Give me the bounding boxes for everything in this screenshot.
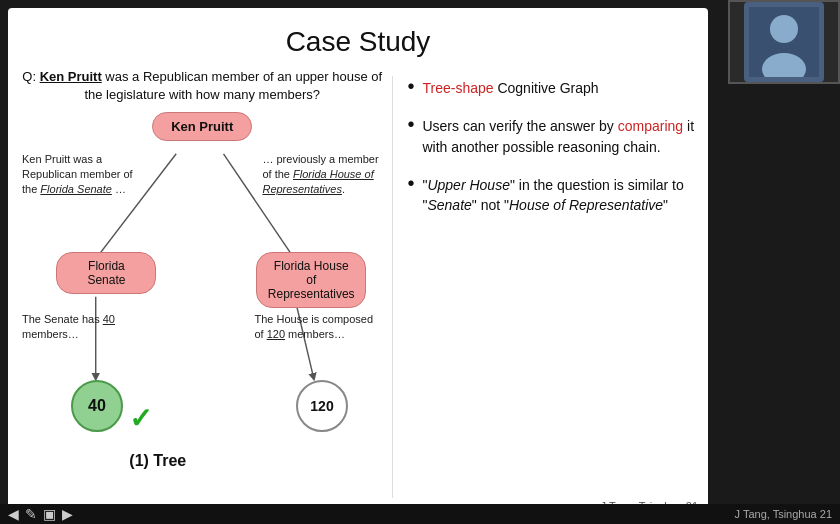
question-prefix: Q:: [22, 69, 39, 84]
italic-senate: Senate: [427, 197, 471, 213]
right-panel: • Tree-shape Cognitive Graph • Users can…: [393, 68, 708, 506]
desc-house: The House is composed of 120 members…: [254, 312, 384, 342]
circle-120: 120: [296, 380, 348, 432]
highlight-comparing: comparing: [618, 118, 683, 134]
text-right-house: … previously a member of the Florida Hou…: [262, 152, 382, 197]
video-person: [744, 2, 824, 82]
playback-controls: ◀ ✎ ▣ ▶: [8, 506, 73, 522]
footer-info: J Tang, Tsinghua 21: [735, 508, 832, 520]
italic-upper-house: Upper House: [427, 177, 510, 193]
bullet-1: • Tree-shape Cognitive Graph: [407, 78, 698, 98]
bullet-text-3: "Upper House" in the question is similar…: [422, 175, 698, 216]
bullet-text-1: Tree-shape Cognitive Graph: [422, 78, 698, 98]
bullet-dot-1: •: [407, 76, 414, 96]
text-left-senate: Ken Pruitt was a Republican member of th…: [22, 152, 142, 197]
slide-body: Q: Ken Pruitt was a Republican member of…: [8, 68, 708, 506]
bullet-text-2: Users can verify the answer by comparing…: [422, 116, 698, 157]
bottom-bar: ◀ ✎ ▣ ▶ J Tang, Tsinghua 21: [0, 504, 840, 524]
svg-point-7: [770, 15, 798, 43]
circle-40: 40: [71, 380, 123, 432]
italic-house-rep: House of Representative: [509, 197, 663, 213]
tree-label: (1) Tree: [129, 452, 186, 470]
question-body: was a Republican member of an upper hous…: [84, 69, 382, 102]
slide-title: Case Study: [8, 8, 708, 68]
node-ken-pruitt: Ken Pruitt: [152, 112, 252, 141]
edit-button[interactable]: ✎: [25, 506, 37, 522]
bullet-2: • Users can verify the answer by compari…: [407, 116, 698, 157]
view-button[interactable]: ▣: [43, 506, 56, 522]
node-florida-senate: Florida Senate: [56, 252, 156, 294]
left-panel: Q: Ken Pruitt was a Republican member of…: [8, 68, 392, 506]
checkmark-icon: ✓: [129, 402, 152, 435]
bullet-3: • "Upper House" in the question is simil…: [407, 175, 698, 216]
highlight-tree-shape: Tree-shape: [422, 80, 493, 96]
desc-senate: The Senate has 40 members…: [22, 312, 142, 342]
video-feed: [728, 0, 840, 84]
question-text: Q: Ken Pruitt was a Republican member of…: [20, 68, 384, 104]
bullet-dot-2: •: [407, 114, 414, 134]
node-florida-house: Florida House of Representatives: [256, 252, 366, 308]
slide-container: Case Study Q: Ken Pruitt was a Republica…: [8, 8, 708, 516]
next-button[interactable]: ▶: [62, 506, 73, 522]
bullet-dot-3: •: [407, 173, 414, 193]
prev-button[interactable]: ◀: [8, 506, 19, 522]
question-name: Ken Pruitt: [40, 69, 102, 84]
tree-diagram: Ken Pruitt Ken Pruitt was a Republican m…: [20, 112, 384, 472]
